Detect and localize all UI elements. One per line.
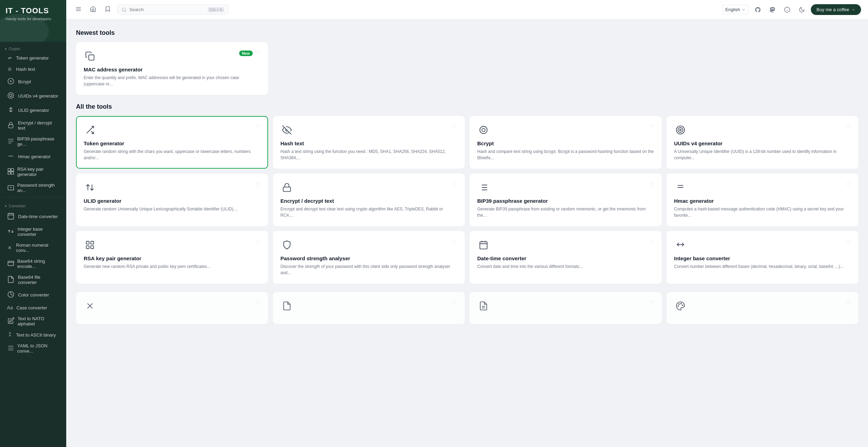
sidebar-section-converter[interactable]: ▾ Converter bbox=[0, 199, 66, 209]
card-partial-1[interactable]: ♡ bbox=[76, 292, 268, 324]
sidebar-item-yaml-to-json[interactable]: YAML to JSON conve... bbox=[2, 341, 64, 356]
bookmarks-button[interactable] bbox=[102, 4, 113, 16]
favorite-button[interactable]: ♡ bbox=[256, 300, 260, 306]
favorite-button[interactable]: ♡ bbox=[846, 124, 851, 130]
card-partial-2[interactable]: ♡ bbox=[273, 292, 465, 324]
github-icon[interactable] bbox=[752, 4, 763, 15]
favorite-button[interactable]: ♡ bbox=[649, 300, 654, 306]
eye-off-icon bbox=[281, 124, 293, 136]
sidebar-item-text-to-nato[interactable]: Text to NATO alphabet bbox=[2, 314, 64, 329]
card-bip39[interactable]: ♡ BIP39 passphrase generator Generate BI… bbox=[470, 174, 662, 226]
sidebar-section-crypto[interactable]: ▾ Crypto bbox=[0, 42, 66, 52]
favorite-button[interactable]: ♡ bbox=[452, 300, 457, 306]
sidebar-item-base64-file[interactable]: Base64 file converter bbox=[2, 272, 64, 287]
card-token-generator[interactable]: ♡ Token generator Generate random string… bbox=[76, 116, 268, 169]
card-partial-4[interactable]: ♡ bbox=[667, 292, 859, 324]
chevron-icon: ▾ bbox=[5, 47, 7, 51]
favorite-button[interactable]: ♡ bbox=[256, 239, 260, 245]
dark-mode-icon[interactable] bbox=[796, 4, 807, 15]
sidebar-item-label: Encrypt / decrypt text bbox=[18, 120, 59, 131]
favorite-button[interactable]: ♡ bbox=[846, 181, 851, 188]
favorite-button[interactable]: ♡ bbox=[452, 239, 457, 245]
sidebar-item-bip39[interactable]: BIP39 passphrase ge... bbox=[2, 134, 64, 149]
shuffle-icon bbox=[84, 124, 96, 136]
sidebar-item-base64-string[interactable]: Base64 string encode... bbox=[2, 256, 64, 271]
sidebar: IT - TOOLS Handy tools for developers ▾ … bbox=[0, 0, 66, 447]
sidebar-item-label: Integer base converter bbox=[17, 226, 59, 237]
app-subtitle: Handy tools for developers bbox=[6, 17, 61, 21]
sidebar-item-hmac-generator[interactable]: Hmac generator bbox=[2, 150, 64, 163]
favorite-button[interactable]: ♡ bbox=[452, 181, 457, 188]
card-password-strength[interactable]: ♡ Password strength analyser Discover th… bbox=[273, 231, 465, 284]
card-top: ♡ bbox=[477, 124, 654, 136]
card-rsa-key-pair[interactable]: ♡ RSA key pair generator Generate new ra… bbox=[76, 231, 268, 284]
card-mac-address-generator[interactable]: New ♡ MAC address generator Enter the qu… bbox=[76, 42, 268, 95]
favorite-button[interactable]: ♡ bbox=[846, 300, 851, 306]
info-icon[interactable] bbox=[782, 4, 793, 15]
arrows-lr-icon bbox=[674, 239, 687, 251]
favorite-button[interactable]: ♡ bbox=[649, 124, 654, 130]
card-ulid-generator[interactable]: ♡ ULID generator Generate random Univers… bbox=[76, 174, 268, 226]
favorite-button[interactable]: ♡ bbox=[256, 124, 260, 130]
calendar-icon bbox=[477, 239, 490, 251]
card-title: UUIDs v4 generator bbox=[674, 140, 851, 146]
sidebar-item-hash-text[interactable]: ⊘ Hash text bbox=[2, 64, 64, 74]
sidebar-item-uuids-v4[interactable]: UUIDs v4 generator bbox=[2, 89, 64, 103]
search-bar[interactable]: Ctrl + K bbox=[117, 5, 229, 15]
favorite-button[interactable]: ♡ bbox=[649, 181, 654, 188]
sidebar-item-color-converter[interactable]: Color converter bbox=[2, 288, 64, 302]
sidebar-item-date-time[interactable]: Date-time converter bbox=[2, 210, 64, 223]
card-uuids-v4[interactable]: ♡ UUIDs v4 generator A Universally Uniqu… bbox=[667, 116, 859, 169]
card-title: Bcrypt bbox=[477, 140, 654, 146]
sidebar-item-bcrypt[interactable]: Bcrypt bbox=[2, 75, 64, 88]
menu-toggle-button[interactable] bbox=[73, 4, 84, 16]
sidebar-item-label: ULID generator bbox=[18, 108, 49, 113]
sidebar-item-case-converter[interactable]: Aa Case converter bbox=[2, 302, 64, 313]
card-hmac[interactable]: ♡ Hmac generator Computes a hash-based m… bbox=[667, 174, 859, 226]
favorite-button[interactable]: ♡ bbox=[256, 50, 260, 56]
topbar-right: English Buy me a bbox=[722, 4, 861, 15]
sidebar-item-rsa-key-pair[interactable]: RSA key pair generator bbox=[2, 164, 64, 179]
home-button[interactable] bbox=[88, 4, 98, 16]
svg-point-28 bbox=[680, 303, 681, 304]
sidebar-item-label: Date-time converter bbox=[18, 214, 58, 219]
buy-coffee-button[interactable]: Buy me a coffee bbox=[811, 4, 861, 15]
card-integer-base-converter[interactable]: ♡ Integer base converter Convert number … bbox=[667, 231, 859, 284]
favorite-button[interactable]: ♡ bbox=[846, 239, 851, 245]
sidebar-item-integer-base[interactable]: Integer base converter bbox=[2, 224, 64, 239]
fingerprint2-icon bbox=[674, 124, 687, 136]
minus-icon bbox=[674, 181, 687, 194]
sidebar-item-password-strength[interactable]: Password strength an... bbox=[2, 180, 64, 195]
card-top: New ♡ bbox=[84, 50, 260, 62]
svg-point-29 bbox=[682, 305, 683, 306]
sidebar-item-token-generator[interactable]: ⇌ Token generator bbox=[2, 53, 64, 63]
sidebar-item-roman-numeral[interactable]: ✕ Roman numeral conv... bbox=[2, 240, 64, 255]
favorite-button[interactable]: ♡ bbox=[452, 124, 457, 130]
sidebar-item-label: Hash text bbox=[16, 67, 35, 72]
svg-rect-3 bbox=[9, 125, 13, 128]
card-hash-text[interactable]: ♡ Hash text Hash a text string using the… bbox=[273, 116, 465, 169]
card-encrypt-decrypt[interactable]: ♡ Encrypt / decrypt text Encrypt and dec… bbox=[273, 174, 465, 226]
card-desc: Generate BIP39 passphrase from existing … bbox=[477, 206, 654, 218]
sidebar-section-crypto-label: Crypto bbox=[9, 47, 20, 51]
sidebar-item-encrypt-decrypt[interactable]: Encrypt / decrypt text bbox=[2, 118, 64, 133]
svg-line-16 bbox=[91, 131, 94, 134]
card-date-time[interactable]: ♡ Date-time converter Convert date and t… bbox=[470, 231, 662, 284]
sidebar-item-text-to-ascii[interactable]: ⁑ Text to ASCII binary bbox=[2, 330, 64, 340]
sidebar-item-label: Bcrypt bbox=[18, 79, 31, 84]
search-input[interactable] bbox=[129, 7, 205, 12]
sidebar-item-label: Color converter bbox=[18, 292, 49, 298]
card-title: Date-time converter bbox=[477, 255, 654, 261]
language-selector[interactable]: English bbox=[722, 5, 749, 14]
card-bcrypt[interactable]: ♡ Bcrypt Hash and compare text string us… bbox=[470, 116, 662, 169]
mastodon-icon[interactable] bbox=[767, 4, 778, 15]
svg-rect-14 bbox=[89, 55, 94, 60]
chevron-down-icon bbox=[851, 8, 855, 12]
sidebar-item-ulid-generator[interactable]: ULID generator bbox=[2, 103, 64, 117]
svg-rect-5 bbox=[11, 168, 14, 171]
newest-tools-grid: New ♡ MAC address generator Enter the qu… bbox=[76, 42, 858, 95]
favorite-button[interactable]: ♡ bbox=[649, 239, 654, 245]
card-partial-3[interactable]: ♡ bbox=[470, 292, 662, 324]
favorite-button[interactable]: ♡ bbox=[256, 181, 260, 188]
x-icon bbox=[84, 300, 96, 312]
